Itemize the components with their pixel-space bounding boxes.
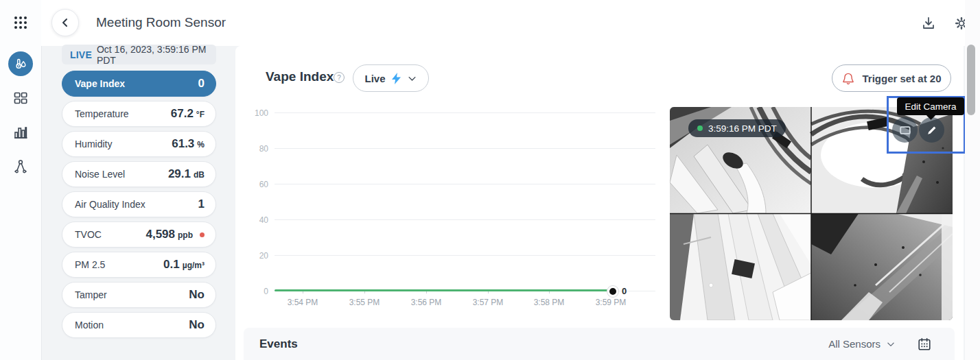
top-bar: Meeting Room Sensor	[0, 0, 980, 46]
events-section: Events All Sensors	[244, 328, 955, 360]
current-value-label: 0	[622, 286, 627, 296]
live-badge: LIVE	[70, 49, 92, 60]
scrollbar-thumb[interactable]	[967, 45, 975, 115]
sensor-row-tvoc[interactable]: TVOC 4,598ppb	[62, 221, 216, 248]
sensor-label: Vape Index	[75, 78, 125, 89]
grid-dots-icon	[12, 14, 29, 31]
events-date-picker[interactable]	[917, 337, 932, 352]
camera-expand-button[interactable]	[892, 117, 918, 143]
x-axis-tick: 3:55 PM	[340, 298, 388, 307]
trigger-label: Trigger set at 20	[862, 73, 941, 84]
sensor-value: No	[189, 318, 205, 332]
vape-index-series-line	[275, 289, 612, 291]
download-button[interactable]	[920, 15, 937, 32]
sensor-unit: µg/m³	[183, 261, 205, 270]
y-axis-tick: 20	[244, 251, 268, 261]
calendar-icon	[917, 337, 932, 352]
sensor-label: Air Quality Index	[75, 199, 145, 210]
gridline	[275, 112, 655, 113]
expand-view-icon	[899, 124, 911, 136]
x-axis-tick: 3:58 PM	[525, 298, 573, 307]
nav-dashboard[interactable]	[12, 90, 29, 106]
sensor-row-tamper[interactable]: Tamper No	[62, 282, 216, 308]
sensor-unit: %	[197, 140, 205, 149]
page-title: Meeting Room Sensor	[96, 15, 226, 30]
sensor-label: Noise Level	[75, 169, 125, 180]
gridline	[275, 148, 655, 149]
sensor-value: 61.3	[172, 137, 194, 151]
lightning-bolt-icon	[392, 73, 401, 84]
y-axis-tick: 40	[244, 215, 268, 225]
squares-grid-icon	[12, 90, 29, 106]
compass-icon	[12, 158, 29, 175]
sensor-row-air-quality[interactable]: Air Quality Index 1	[62, 191, 216, 217]
events-title: Events	[259, 337, 298, 351]
chart-mode-dropdown[interactable]: Live	[353, 64, 429, 92]
y-axis-tick: 80	[244, 144, 268, 154]
sensor-unit: dB	[194, 170, 205, 180]
live-dot-icon	[697, 125, 703, 131]
sensor-value: 1	[198, 197, 205, 211]
sensor-row-temperature[interactable]: Temperature 67.2°F	[62, 101, 216, 127]
sensor-value: 0.1	[163, 258, 180, 272]
events-filter-label: All Sensors	[828, 338, 880, 350]
chevron-down-icon	[886, 339, 896, 349]
rail-divider	[41, 46, 42, 360]
app-launcher-button[interactable]	[12, 14, 29, 31]
gridline	[275, 184, 655, 184]
chevron-down-icon	[407, 73, 417, 84]
alert-dot	[200, 232, 205, 237]
sensor-label: Humidity	[75, 139, 112, 149]
nav-sensors-active[interactable]	[8, 51, 33, 76]
sensor-label: PM 2.5	[75, 259, 105, 270]
sensor-label: Tamper	[75, 289, 107, 300]
sensor-row-noise-level[interactable]: Noise Level 29.1dB	[62, 161, 216, 187]
chart-title: Vape Index	[266, 69, 334, 84]
bell-icon	[841, 71, 855, 85]
camera-timestamp: 3:59:16 PM PDT	[708, 123, 777, 134]
chart-mode-label: Live	[364, 73, 385, 84]
current-value-dot	[607, 286, 618, 297]
sensor-value: 29.1	[168, 167, 191, 181]
nav-access[interactable]	[12, 158, 29, 175]
sensor-value: 4,598	[145, 228, 175, 241]
x-axis-tick: 3:57 PM	[464, 298, 512, 307]
sensor-label: Temperature	[75, 108, 129, 119]
sensor-unit: °F	[196, 110, 205, 119]
x-axis-tick: 3:54 PM	[279, 298, 327, 307]
sensor-thermometer-icon	[13, 56, 28, 71]
gridline	[275, 255, 655, 256]
events-sensor-filter[interactable]: All Sensors	[828, 338, 896, 350]
sensor-row-vape-index[interactable]: Vape Index 0	[62, 71, 216, 97]
sensor-value: No	[189, 288, 205, 302]
trigger-threshold-button[interactable]: Trigger set at 20	[832, 64, 951, 92]
live-status-banner: LIVE Oct 16, 2023, 3:59:16 PM PDT	[62, 45, 216, 64]
sensor-value: 67.2	[171, 107, 194, 121]
sensor-label: Motion	[75, 320, 104, 331]
back-button[interactable]	[51, 9, 79, 36]
bar-chart-icon	[12, 124, 29, 141]
gridline	[275, 219, 655, 220]
sensor-row-pm25[interactable]: PM 2.5 0.1µg/m³	[62, 252, 216, 278]
camera-edit-button[interactable]	[919, 117, 944, 143]
sensor-unit: ppb	[178, 230, 193, 240]
x-axis-tick: 3:56 PM	[402, 298, 450, 307]
edit-camera-tooltip: Edit Camera	[897, 97, 964, 115]
y-axis-tick: 100	[244, 108, 268, 118]
sensor-row-humidity[interactable]: Humidity 61.3%	[62, 131, 216, 157]
sensor-row-motion[interactable]: Motion No	[62, 312, 216, 338]
nav-analytics[interactable]	[12, 124, 29, 141]
pencil-icon	[926, 124, 938, 136]
camera-timestamp-badge: 3:59:16 PM PDT	[688, 119, 786, 137]
x-axis-tick: 3:59 PM	[587, 298, 635, 307]
sensor-value: 0	[198, 77, 205, 91]
chevron-left-icon	[59, 16, 71, 29]
download-icon	[920, 15, 937, 32]
y-axis-tick: 0	[244, 287, 268, 296]
sensor-label: TVOC	[75, 229, 102, 240]
help-icon[interactable]: ?	[334, 72, 345, 83]
y-axis-tick: 60	[244, 180, 268, 189]
live-timestamp: Oct 16, 2023, 3:59:16 PM PDT	[97, 44, 208, 66]
